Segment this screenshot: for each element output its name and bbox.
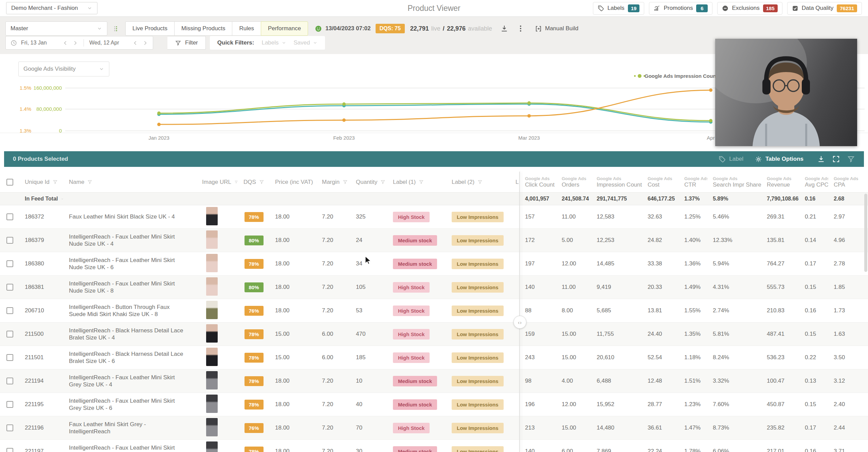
- date-range-picker[interactable]: Fri, 13 Jan Wed, 12 Apr: [5, 36, 153, 50]
- tab-performance[interactable]: Performance: [261, 21, 308, 36]
- product-image[interactable]: [206, 441, 218, 452]
- column-header-ga_revenue[interactable]: Google AdsRevenue: [761, 176, 799, 188]
- quick-filter-labels[interactable]: Labels: [261, 39, 286, 46]
- row-checkbox[interactable]: [6, 401, 13, 408]
- legend-item[interactable]: Google Ads Impression Count: [638, 73, 718, 79]
- row-checkbox[interactable]: [6, 331, 13, 337]
- badge-promotions[interactable]: Promotions6: [649, 2, 712, 15]
- column-header-ga_cost[interactable]: Google AdsCost: [642, 176, 679, 188]
- product-image[interactable]: [206, 207, 218, 225]
- vertical-scrollbar[interactable]: [864, 194, 867, 272]
- merchant-select[interactable]: Demo Merchant - Fashion: [6, 2, 97, 14]
- column-header-margin[interactable]: Margin: [317, 179, 350, 186]
- product-image[interactable]: [206, 254, 218, 272]
- funnel-icon: [175, 40, 181, 46]
- row-checkbox[interactable]: [6, 424, 13, 431]
- column-header-ga_impression_count[interactable]: Google AdsImpression Count: [591, 176, 642, 188]
- cell-dqs: 78%: [238, 400, 270, 410]
- column-header-select[interactable]: [0, 179, 19, 186]
- row-checkbox[interactable]: [6, 237, 13, 244]
- manual-build-button[interactable]: Manual Build: [535, 25, 578, 32]
- badge-exclusions[interactable]: Exclusions185: [717, 2, 782, 15]
- tab-missing-products[interactable]: Missing Products: [174, 21, 232, 36]
- kebab-menu-button[interactable]: [517, 24, 525, 33]
- count-separator: /: [443, 25, 445, 32]
- cell-label2: Low Impressions: [446, 376, 510, 386]
- column-filter-icon[interactable]: [234, 179, 238, 185]
- column-filter-icon[interactable]: [53, 179, 58, 185]
- cell-ga_search_impr_share: 2.74%: [707, 307, 761, 314]
- product-counts: 22,791 live / 22,976 available: [410, 25, 492, 32]
- column-header-ga_search_impr_share[interactable]: Google AdsSearch Impr Share: [707, 176, 761, 188]
- cell-quantity: 53: [350, 307, 387, 314]
- cell-ga_cpa: 1.63: [828, 331, 862, 337]
- column-scroll-handle[interactable]: ‹›: [513, 316, 526, 329]
- cell-unique_id: 221195: [19, 401, 64, 408]
- column-header-ga_click_count[interactable]: Google AdsClick Count: [520, 176, 556, 188]
- cell-label1: High Stock: [387, 329, 446, 340]
- column-header-name[interactable]: Name: [64, 179, 197, 186]
- column-header-image_url[interactable]: Image URL: [197, 179, 238, 186]
- feed-version-select[interactable]: Master: [5, 21, 107, 36]
- chart-metric-select[interactable]: Google Ads Visibility: [18, 62, 109, 76]
- badge-data-quality[interactable]: Data Quality76231: [787, 2, 862, 15]
- svg-text:0: 0: [59, 128, 62, 134]
- export-table-button[interactable]: [817, 155, 825, 163]
- product-image[interactable]: [206, 348, 218, 366]
- compare-feeds-icon[interactable]: [112, 25, 119, 32]
- row-checkbox[interactable]: [6, 307, 13, 314]
- product-image[interactable]: [206, 301, 218, 319]
- column-header-price[interactable]: Price (inc VAT): [270, 179, 317, 186]
- column-header-quantity[interactable]: Quantity: [350, 179, 387, 186]
- column-filter-icon[interactable]: [87, 179, 92, 185]
- row-checkbox[interactable]: [6, 378, 13, 384]
- column-header-truncated[interactable]: L: [510, 179, 520, 186]
- download-feed-button[interactable]: [500, 24, 508, 33]
- row-checkbox[interactable]: [6, 284, 13, 291]
- column-header-ga_ctr[interactable]: Google AdsCTR: [679, 176, 707, 188]
- badge-labels[interactable]: Labels19: [593, 2, 645, 15]
- column-filter-icon[interactable]: [419, 179, 424, 185]
- date-to-next-button[interactable]: [142, 40, 148, 46]
- product-image[interactable]: [206, 371, 218, 389]
- product-image[interactable]: [206, 230, 218, 249]
- column-filter-icon[interactable]: [380, 179, 385, 185]
- label-button[interactable]: Label: [719, 156, 743, 163]
- product-image[interactable]: [206, 277, 218, 296]
- date-from-next-button[interactable]: [72, 40, 78, 46]
- column-header-unique_id[interactable]: Unique Id: [19, 179, 64, 186]
- product-image[interactable]: [206, 418, 218, 436]
- product-image[interactable]: [206, 395, 218, 413]
- row-checkbox[interactable]: [6, 354, 13, 361]
- column-header-ga_cpa[interactable]: Google AdsCPA: [828, 176, 862, 188]
- column-header-dqs[interactable]: DQS: [238, 179, 270, 186]
- row-checkbox[interactable]: [6, 213, 13, 220]
- expand-table-button[interactable]: [832, 155, 840, 163]
- column-header-ga_orders[interactable]: Google AdsOrders: [556, 176, 591, 188]
- column-header-label2[interactable]: Label (2): [446, 179, 510, 186]
- row-checkbox[interactable]: [6, 448, 13, 452]
- filter-button[interactable]: Filter: [167, 36, 206, 50]
- svg-text:1.5%: 1.5%: [20, 85, 31, 91]
- select-all-checkbox[interactable]: [6, 179, 13, 186]
- chevron-down-icon: [87, 5, 92, 11]
- date-to-prev-button[interactable]: [132, 40, 138, 46]
- quick-filter-saved[interactable]: Saved: [294, 39, 318, 46]
- column-filter-icon[interactable]: [259, 179, 264, 185]
- product-image[interactable]: [206, 324, 218, 343]
- tab-rules[interactable]: Rules: [232, 21, 261, 36]
- column-filter-icon[interactable]: [477, 179, 483, 185]
- column-header-ga_avg_cpc[interactable]: Google AdsAvg CPC: [799, 176, 828, 188]
- cell-label2: Low Impressions: [446, 399, 510, 410]
- column-filter-icon[interactable]: [343, 179, 348, 185]
- impressions-label-pill: Low Impressions: [452, 329, 504, 340]
- impressions-label-pill: Low Impressions: [452, 376, 504, 386]
- tab-live-products[interactable]: Live Products: [125, 21, 175, 36]
- in-feed-total-label[interactable]: In Feed Total: [19, 196, 64, 202]
- table-filter-button[interactable]: [847, 155, 855, 163]
- row-checkbox[interactable]: [6, 260, 13, 267]
- column-header-label1[interactable]: Label (1): [387, 179, 446, 186]
- table-options-button[interactable]: Table Options: [755, 156, 803, 163]
- date-from-prev-button[interactable]: [62, 40, 68, 46]
- cell-price: 18.00: [270, 448, 317, 452]
